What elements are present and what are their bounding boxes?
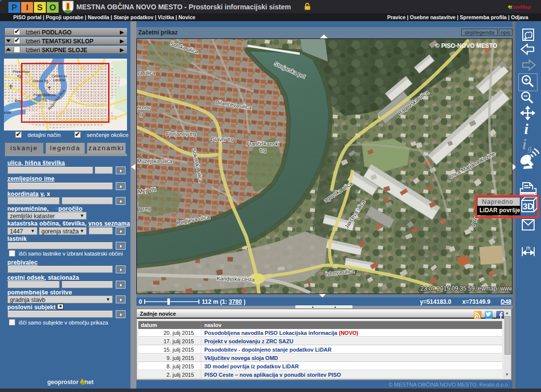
svg-text:ernov: ernov [137,104,151,110]
svg-text:© PISO-NOVO MESTO: © PISO-NOVO MESTO [435,42,497,49]
svg-text:trg: trg [17,74,22,78]
svg-text:g: g [140,111,143,117]
svg-text:Muzejska ulica: Muzejska ulica [137,158,173,164]
svg-text:i: i [522,136,527,152]
svg-text:trg: trg [260,147,266,153]
svg-text:Frančiškanski: Frančiškanski [246,141,279,147]
svg-text:esta: esta [4,110,11,115]
svg-text:ewMap: ewMap [513,4,531,10]
svg-text:m: m [526,245,530,251]
svg-text:i: i [524,121,529,137]
svg-text:23.07.2015 09:35:59, ewmap, ww: 23.07.2015 09:35:59, ewmap, www.realis.s… [420,285,512,292]
svg-text:Breg: Breg [139,205,151,212]
svg-text:Florjanov trg: Florjanov trg [166,131,196,137]
svg-text:va ulica: va ulica [137,70,156,76]
svg-text:g: g [528,144,532,153]
svg-text:Glavni trg: Glavni trg [211,136,234,142]
